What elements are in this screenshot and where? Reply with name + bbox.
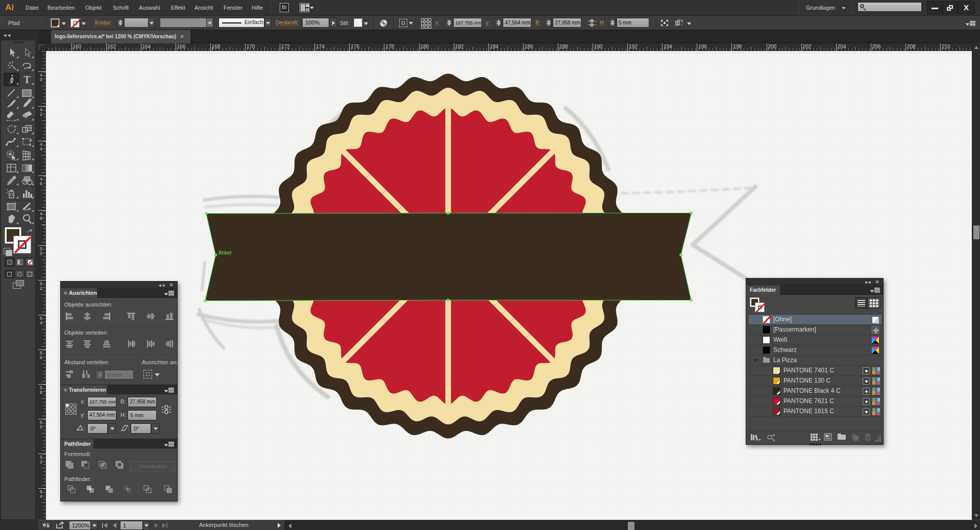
svg-text:Anker: Anker	[218, 250, 232, 256]
svg-text:T: T	[23, 74, 31, 85]
